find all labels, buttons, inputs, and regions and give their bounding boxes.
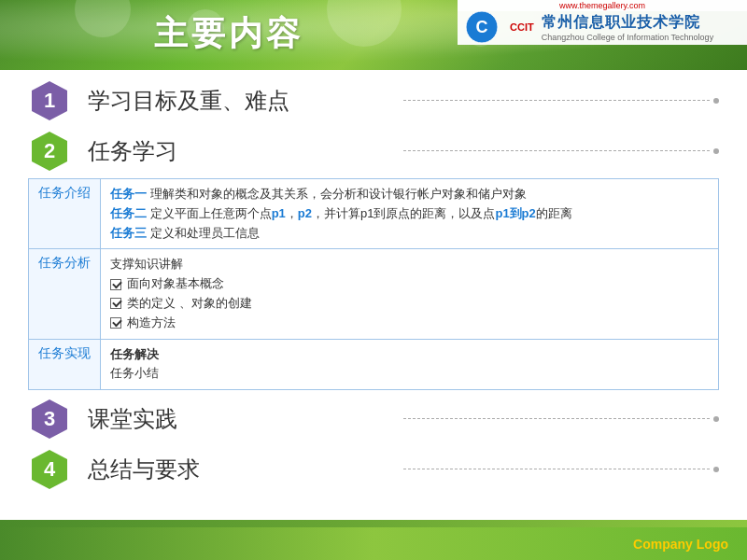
dotted-line-3 bbox=[403, 418, 710, 419]
row-label-1: 任务介绍 bbox=[29, 179, 101, 249]
row-content-1: 任务一 理解类和对象的概念及其关系，会分析和设计银行帐户对象和储户对象 任务二 … bbox=[101, 179, 719, 249]
row-label-3: 任务实现 bbox=[29, 339, 101, 390]
checkbox-icon-3 bbox=[110, 317, 121, 329]
logo-chinese-name: 常州信息职业技术学院 bbox=[542, 13, 713, 33]
task-intro-line1: 任务一 理解类和对象的概念及其关系，会分析和设计银行帐户对象和储户对象 bbox=[110, 187, 527, 201]
hex-number-4: 4 bbox=[28, 448, 71, 491]
row-content-2: 支撑知识讲解 面向对象基本概念 类的定义 、对象的创建 构造方法 bbox=[101, 249, 719, 339]
number-label-3: 3 bbox=[44, 407, 55, 431]
svg-text:C: C bbox=[476, 18, 488, 36]
logo-url: www.themegallery.com bbox=[458, 0, 747, 11]
dot-end-3 bbox=[713, 416, 719, 422]
number-label-1: 1 bbox=[44, 89, 55, 113]
checkbox-item-3: 构造方法 bbox=[110, 314, 709, 333]
menu-item-4: 4 总结与要求 bbox=[28, 448, 719, 491]
task-intro-line3: 任务三 定义和处理员工信息 bbox=[110, 226, 260, 240]
checkbox-icon-1 bbox=[110, 279, 121, 290]
checkbox-item-2: 类的定义 、对象的创建 bbox=[110, 294, 709, 314]
checkbox-label-2: 类的定义 、对象的创建 bbox=[127, 294, 252, 314]
company-logo-text: Company Logo bbox=[633, 537, 728, 552]
logo-text-area: 常州信息职业技术学院 Changzhou College of Informat… bbox=[542, 13, 713, 42]
task-intro-line2: 任务二 定义平面上任意两个点p1，p2，并计算p1到原点的距离，以及点p1到p2… bbox=[110, 206, 572, 220]
checkbox-label-3: 构造方法 bbox=[127, 314, 176, 333]
row-label-2: 任务分析 bbox=[29, 249, 101, 339]
menu-item-3: 3 课堂实践 bbox=[28, 398, 719, 441]
number-label-4: 4 bbox=[44, 457, 55, 482]
dot-end-2 bbox=[713, 148, 719, 154]
dotted-line-1 bbox=[403, 100, 710, 101]
item-text-1: 学习目标及重、难点 bbox=[88, 86, 394, 116]
item-text-4: 总结与要求 bbox=[88, 455, 394, 484]
dot-end-4 bbox=[713, 467, 719, 472]
table-row-2: 任务分析 支撑知识讲解 面向对象基本概念 类的定义 、对象的创建 构造方法 bbox=[29, 249, 719, 339]
dot-end-1 bbox=[713, 98, 719, 104]
logo-area: www.themegallery.com C CCIT 常州信息职业技术学院 C… bbox=[458, 0, 747, 45]
hex-number-3: 3 bbox=[28, 398, 71, 441]
row-content-3: 任务解决 任务小结 bbox=[101, 339, 719, 390]
ccit-logo-icon: C bbox=[465, 10, 499, 44]
page-title: 主要内容 bbox=[0, 11, 458, 57]
bottom-bar: Company Logo bbox=[0, 527, 747, 560]
item-text-2: 任务学习 bbox=[88, 136, 394, 166]
wave-decoration bbox=[0, 520, 747, 527]
checkbox-icon-2 bbox=[110, 298, 121, 309]
logo-ccit-label: CCIT bbox=[510, 21, 534, 33]
dotted-line-2 bbox=[403, 150, 710, 151]
menu-item-2: 2 任务学习 bbox=[28, 130, 719, 173]
table-row-3: 任务实现 任务解决 任务小结 bbox=[29, 339, 719, 390]
content-area: 1 学习目标及重、难点 2 任务学习 任务介绍 任务一 理解类和对象的概念及其关… bbox=[0, 70, 747, 527]
hex-number-1: 1 bbox=[28, 79, 71, 122]
task-table: 任务介绍 任务一 理解类和对象的概念及其关系，会分析和设计银行帐户对象和储户对象… bbox=[28, 178, 719, 390]
checkbox-item-1: 面向对象基本概念 bbox=[110, 274, 709, 294]
logo-english-name: Changzhou College of Information Technol… bbox=[542, 33, 713, 42]
table-row-1: 任务介绍 任务一 理解类和对象的概念及其关系，会分析和设计银行帐户对象和储户对象… bbox=[29, 179, 719, 249]
item-text-3: 课堂实践 bbox=[88, 404, 394, 434]
dotted-line-4 bbox=[403, 469, 710, 469]
hex-number-2: 2 bbox=[28, 130, 71, 173]
number-label-2: 2 bbox=[44, 139, 55, 163]
menu-item-1: 1 学习目标及重、难点 bbox=[28, 79, 719, 122]
support-text: 支撑知识讲解 bbox=[110, 255, 709, 274]
task-bold-text: 任务解决 bbox=[110, 345, 709, 365]
task-normal-text: 任务小结 bbox=[110, 364, 709, 384]
checkbox-label-1: 面向对象基本概念 bbox=[127, 274, 224, 294]
